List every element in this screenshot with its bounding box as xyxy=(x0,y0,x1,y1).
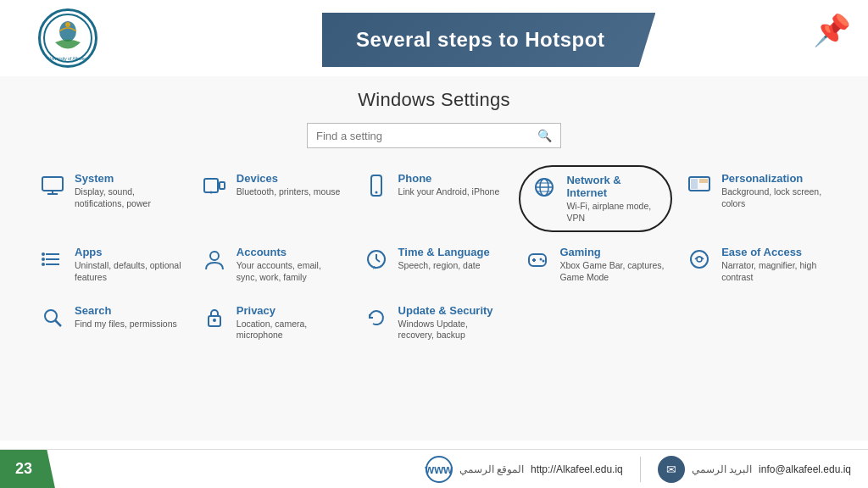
system-title: System xyxy=(75,172,182,185)
settings-grid: SystemDisplay, sound, notifications, pow… xyxy=(34,165,834,348)
phone-text: PhoneLink your Android, iPhone xyxy=(398,172,500,198)
setting-item-devices[interactable]: DevicesBluetooth, printers, mouse xyxy=(196,165,349,232)
search-desc: Find my files, permissions xyxy=(75,319,177,330)
update-icon xyxy=(363,304,390,331)
svg-rect-19 xyxy=(699,179,708,183)
university-logo: University of Alkafeel xyxy=(38,8,97,68)
footer: 23 http://Alkafeel.edu.iq الموقع الرسمي … xyxy=(0,449,868,488)
gaming-text: GamingXbox Game Bar, captures, Game Mode xyxy=(559,246,667,283)
svg-point-9 xyxy=(209,191,212,194)
devices-title: Devices xyxy=(236,172,341,185)
search-title: Search xyxy=(75,304,177,317)
setting-item-personalization[interactable]: PersonalizationBackground, lock screen, … xyxy=(681,165,834,232)
svg-rect-18 xyxy=(691,179,698,189)
search-bar-container: 🔍 xyxy=(34,123,834,148)
email-label: البريد الرسمي xyxy=(692,463,752,475)
time-text: Time & LanguageSpeech, region, date xyxy=(398,246,490,272)
ease-desc: Narrator, magnifier, high contrast xyxy=(721,260,829,283)
privacy-title: Privacy xyxy=(236,304,344,317)
logo-area: University of Alkafeel xyxy=(0,0,136,76)
time-title: Time & Language xyxy=(398,246,490,258)
update-text: Update & SecurityWindows Update, recover… xyxy=(398,304,506,341)
setting-item-gaming[interactable]: GamingXbox Game Bar, captures, Game Mode xyxy=(519,239,672,290)
setting-item-accounts[interactable]: AccountsYour accounts, email, sync, work… xyxy=(196,239,349,290)
update-desc: Windows Update, recovery, backup xyxy=(398,319,506,341)
pin-icon: 📌 xyxy=(813,13,851,48)
website-url: http://Alkafeel.edu.iq xyxy=(531,463,623,475)
gaming-desc: Xbox Game Bar, captures, Game Mode xyxy=(559,260,667,283)
website-label: الموقع الرسمي xyxy=(459,463,524,475)
email-icon: ✉ xyxy=(658,456,685,483)
www-icon: www xyxy=(426,456,453,483)
accounts-desc: Your accounts, email, sync, work, family xyxy=(236,260,344,283)
devices-desc: Bluetooth, printers, mouse xyxy=(236,186,341,198)
footer-divider xyxy=(640,457,641,482)
apps-title: Apps xyxy=(75,246,182,258)
svg-text:University of Alkafeel: University of Alkafeel xyxy=(48,56,87,61)
apps-icon xyxy=(39,246,66,273)
ease-text: Ease of AccessNarrator, magnifier, high … xyxy=(721,246,829,283)
svg-point-37 xyxy=(697,257,702,262)
phone-icon xyxy=(363,172,390,199)
search-text: SearchFind my files, permissions xyxy=(75,304,177,330)
phone-title: Phone xyxy=(398,172,500,185)
svg-rect-8 xyxy=(220,182,225,189)
accounts-title: Accounts xyxy=(236,246,344,258)
footer-website: http://Alkafeel.edu.iq الموقع الرسمي www xyxy=(426,456,623,483)
svg-point-38 xyxy=(45,310,57,322)
ease-title: Ease of Access xyxy=(721,246,829,258)
apps-desc: Uninstall, defaults, optional features xyxy=(75,260,182,283)
svg-line-39 xyxy=(55,320,61,326)
apps-text: AppsUninstall, defaults, optional featur… xyxy=(75,246,182,283)
email-address: info@alkafeel.edu.iq xyxy=(759,463,851,475)
personalization-text: PersonalizationBackground, lock screen, … xyxy=(721,172,829,209)
svg-point-24 xyxy=(42,258,45,261)
search-icon: 🔍 xyxy=(537,129,552,142)
accounts-icon xyxy=(201,246,228,273)
page-title: Windows Settings xyxy=(34,89,834,111)
main-content: Windows Settings 🔍 SystemDisplay, sound,… xyxy=(0,76,868,441)
setting-item-search[interactable]: SearchFind my files, permissions xyxy=(34,297,187,348)
time-icon: A xyxy=(363,246,390,273)
svg-point-25 xyxy=(42,263,45,266)
personalization-icon xyxy=(686,172,713,199)
setting-item-time[interactable]: ATime & LanguageSpeech, region, date xyxy=(358,239,511,290)
setting-item-ease[interactable]: Ease of AccessNarrator, magnifier, high … xyxy=(681,239,834,290)
svg-point-34 xyxy=(540,258,542,261)
phone-desc: Link your Android, iPhone xyxy=(398,186,500,198)
footer-right: http://Alkafeel.edu.iq الموقع الرسمي www… xyxy=(55,456,868,483)
slide-title-text: Several steps to Hotspot xyxy=(356,28,604,51)
search-icon xyxy=(39,304,66,331)
update-title: Update & Security xyxy=(398,304,506,317)
svg-point-3 xyxy=(65,22,70,27)
svg-point-35 xyxy=(542,260,545,263)
svg-point-41 xyxy=(213,319,216,322)
gaming-title: Gaming xyxy=(559,246,667,258)
privacy-desc: Location, camera, microphone xyxy=(236,319,344,341)
network-desc: Wi-Fi, airplane mode, VPN xyxy=(566,201,660,224)
devices-text: DevicesBluetooth, printers, mouse xyxy=(236,172,341,198)
gaming-icon xyxy=(524,246,551,273)
setting-item-system[interactable]: SystemDisplay, sound, notifications, pow… xyxy=(34,165,187,232)
svg-rect-4 xyxy=(42,177,63,191)
search-bar[interactable]: 🔍 xyxy=(307,123,561,148)
privacy-text: PrivacyLocation, camera, microphone xyxy=(236,304,344,341)
devices-icon xyxy=(201,172,228,199)
svg-point-26 xyxy=(210,252,219,260)
setting-item-network[interactable]: Network & InternetWi-Fi, airplane mode, … xyxy=(519,165,672,232)
setting-item-privacy[interactable]: PrivacyLocation, camera, microphone xyxy=(196,297,349,348)
svg-rect-7 xyxy=(204,179,218,192)
privacy-icon xyxy=(201,304,228,331)
personalization-title: Personalization xyxy=(721,172,829,185)
setting-item-update[interactable]: Update & SecurityWindows Update, recover… xyxy=(358,297,511,348)
svg-point-11 xyxy=(375,191,377,194)
footer-email: info@alkafeel.edu.iq البريد الرسمي ✉ xyxy=(658,456,851,483)
svg-line-29 xyxy=(376,259,380,262)
svg-point-36 xyxy=(691,251,708,268)
system-text: SystemDisplay, sound, notifications, pow… xyxy=(75,172,182,209)
setting-item-phone[interactable]: PhoneLink your Android, iPhone xyxy=(358,165,511,232)
search-input[interactable] xyxy=(316,130,537,142)
header: University of Alkafeel Several steps to … xyxy=(0,0,868,76)
ease-icon xyxy=(686,246,713,273)
setting-item-apps[interactable]: AppsUninstall, defaults, optional featur… xyxy=(34,239,187,290)
